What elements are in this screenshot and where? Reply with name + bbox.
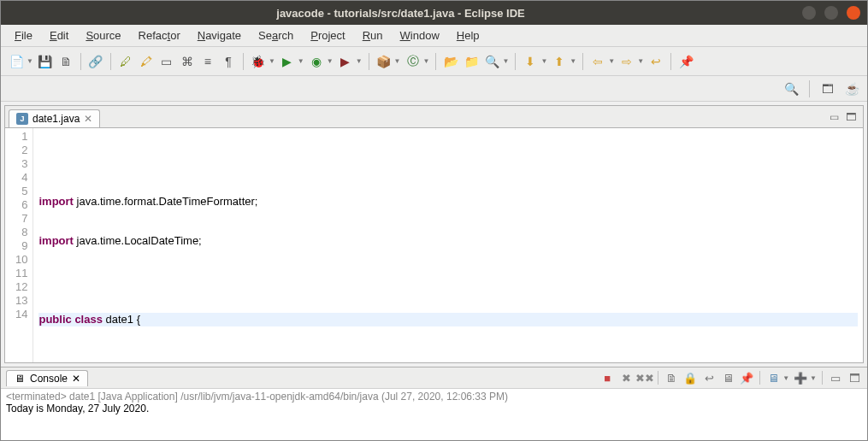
run-last-dropdown-icon[interactable]: ▼ bbox=[356, 57, 363, 65]
block-select-icon[interactable]: ▭ bbox=[158, 53, 175, 70]
main-toolbar: 📄▼ 💾 🗎 🔗 🖊 🖍 ▭ ⌘ ≡ ¶ 🐞▼ ▶▼ ◉▼ ▶▼ 📦▼ Ⓒ▼ 📂… bbox=[1, 47, 867, 76]
console-tab-label: Console bbox=[30, 373, 68, 385]
save-icon[interactable]: 💾 bbox=[37, 53, 54, 70]
menu-run[interactable]: Run bbox=[354, 26, 392, 44]
java-file-icon: J bbox=[16, 113, 28, 125]
code-content[interactable]: import java.time.format.DateTimeFormatte… bbox=[33, 128, 863, 362]
forward-icon[interactable]: ⇨ bbox=[618, 53, 635, 70]
code-editor[interactable]: 1 2 3 4 5 6 7 8 9 10 11 12 13 14 import … bbox=[5, 128, 863, 362]
console-tab[interactable]: 🖥 Console ✕ bbox=[6, 370, 88, 386]
toolbar-separator bbox=[822, 371, 823, 385]
menu-search[interactable]: Search bbox=[250, 26, 302, 44]
toolbar-separator bbox=[658, 371, 658, 385]
close-button[interactable] bbox=[847, 6, 860, 20]
last-edit-icon[interactable]: ↩ bbox=[647, 53, 664, 70]
marker-icon[interactable]: 🖊 bbox=[117, 53, 134, 70]
open-task-icon[interactable]: 📁 bbox=[463, 53, 480, 70]
code-line bbox=[38, 273, 858, 287]
toolbar-separator bbox=[369, 53, 369, 70]
search-icon[interactable]: 🔍 bbox=[483, 53, 500, 70]
toggle-comment-icon[interactable]: ⌘ bbox=[179, 53, 196, 70]
console-output[interactable]: <terminated> date1 [Java Application] /u… bbox=[1, 389, 867, 440]
save-all-icon[interactable]: 🗎 bbox=[57, 53, 74, 70]
next-annotation-icon[interactable]: ⬇ bbox=[522, 53, 539, 70]
open-perspective-icon[interactable]: 🗔 bbox=[819, 80, 836, 97]
terminate-icon[interactable]: ■ bbox=[599, 370, 615, 385]
prev-ann-dropdown-icon[interactable]: ▼ bbox=[570, 57, 576, 65]
clear-console-icon[interactable]: 🗎 bbox=[664, 370, 679, 385]
line-number-gutter: 1 2 3 4 5 6 7 8 9 10 11 12 13 14 bbox=[5, 128, 33, 362]
toolbar-separator bbox=[80, 53, 81, 70]
remove-launch-icon[interactable]: ✖ bbox=[618, 370, 634, 385]
run-dropdown-icon[interactable]: ▼ bbox=[298, 57, 304, 65]
minimize-button[interactable] bbox=[802, 6, 816, 20]
open-type-icon[interactable]: 📂 bbox=[442, 53, 459, 70]
new-package-icon[interactable]: 📦 bbox=[375, 53, 393, 70]
maximize-button[interactable] bbox=[824, 6, 838, 20]
next-ann-dropdown-icon[interactable]: ▼ bbox=[540, 57, 547, 65]
console-header: 🖥 Console ✕ ■ ✖ ✖✖ 🗎 🔒 ↩ 🖥 📌 🖥▼ ➕▼ ▭ 🗖 bbox=[1, 367, 867, 389]
close-tab-icon[interactable]: ✕ bbox=[84, 113, 92, 125]
toolbar-separator bbox=[435, 53, 436, 70]
quick-access-search-icon[interactable]: 🔍 bbox=[782, 80, 800, 97]
editor-tab-date1[interactable]: J date1.java ✕ bbox=[9, 109, 100, 127]
menu-file[interactable]: File bbox=[6, 26, 41, 44]
pin-editor-icon[interactable]: 📌 bbox=[677, 53, 694, 70]
code-line: import java.time.LocalDateTime; bbox=[38, 234, 858, 248]
toolbar-separator bbox=[809, 80, 810, 97]
toolbar-separator bbox=[759, 371, 760, 385]
menu-source[interactable]: Source bbox=[77, 26, 129, 44]
open-console-icon[interactable]: ➕ bbox=[793, 370, 808, 385]
remove-all-icon[interactable]: ✖✖ bbox=[637, 370, 652, 385]
menu-bar: File Edit Source Refactor Navigate Searc… bbox=[1, 25, 867, 47]
debug-icon[interactable]: 🐞 bbox=[250, 53, 267, 70]
display-selected-console-icon[interactable]: 🖥 bbox=[765, 370, 781, 385]
debug-dropdown-icon[interactable]: ▼ bbox=[269, 57, 275, 65]
console-dropdown-icon[interactable]: ▼ bbox=[782, 374, 789, 382]
highlight-icon[interactable]: 🖍 bbox=[138, 53, 155, 70]
toggle-breakpoint-icon[interactable]: ≡ bbox=[199, 53, 216, 70]
new-icon[interactable]: 📄 bbox=[8, 53, 25, 70]
code-line: import java.time.format.DateTimeFormatte… bbox=[38, 195, 858, 209]
minimize-console-icon[interactable]: ▭ bbox=[828, 370, 843, 385]
perspective-toolbar: 🔍 🗔 ☕ bbox=[1, 76, 867, 102]
code-line: public class date1 { bbox=[38, 313, 858, 326]
back-dropdown-icon[interactable]: ▼ bbox=[608, 57, 615, 65]
maximize-console-icon[interactable]: 🗖 bbox=[847, 370, 862, 385]
pin-console-icon[interactable]: 📌 bbox=[739, 370, 754, 385]
menu-edit[interactable]: Edit bbox=[41, 26, 77, 44]
editor-tab-label: date1.java bbox=[32, 113, 80, 125]
search-dropdown-icon[interactable]: ▼ bbox=[502, 57, 509, 65]
word-wrap-icon[interactable]: ↩ bbox=[701, 370, 717, 385]
new-class-dropdown-icon[interactable]: ▼ bbox=[423, 57, 430, 65]
scroll-lock-icon[interactable]: 🔒 bbox=[682, 370, 698, 385]
show-whitespace-icon[interactable]: ¶ bbox=[220, 53, 237, 70]
java-perspective-icon[interactable]: ☕ bbox=[843, 80, 860, 97]
back-icon[interactable]: ⇦ bbox=[589, 53, 606, 70]
menu-refactor[interactable]: Refactor bbox=[130, 26, 189, 44]
run-icon[interactable]: ▶ bbox=[279, 53, 296, 70]
editor-area: J date1.java ✕ ▭ 🗖 1 2 3 4 5 6 7 8 9 10 … bbox=[4, 105, 864, 363]
show-console-icon[interactable]: 🖥 bbox=[720, 370, 735, 385]
code-line bbox=[38, 352, 858, 362]
toolbar-separator bbox=[243, 53, 244, 70]
run-last-icon[interactable]: ▶ bbox=[337, 53, 354, 70]
console-icon: 🖥 bbox=[14, 373, 26, 385]
menu-navigate[interactable]: Navigate bbox=[189, 26, 250, 44]
new-package-dropdown-icon[interactable]: ▼ bbox=[394, 57, 401, 65]
console-status-line: <terminated> date1 [Java Application] /u… bbox=[6, 391, 862, 403]
prev-annotation-icon[interactable]: ⬆ bbox=[551, 53, 568, 70]
forward-dropdown-icon[interactable]: ▼ bbox=[637, 57, 644, 65]
maximize-view-icon[interactable]: 🗖 bbox=[842, 109, 859, 125]
close-console-tab-icon[interactable]: ✕ bbox=[72, 373, 80, 385]
menu-help[interactable]: Help bbox=[448, 26, 488, 44]
open-console-dropdown-icon[interactable]: ▼ bbox=[810, 374, 817, 382]
menu-window[interactable]: Window bbox=[392, 26, 448, 44]
coverage-dropdown-icon[interactable]: ▼ bbox=[327, 57, 334, 65]
menu-project[interactable]: Project bbox=[302, 26, 353, 44]
new-class-icon[interactable]: Ⓒ bbox=[404, 53, 422, 70]
new-dropdown-icon[interactable]: ▼ bbox=[27, 57, 33, 65]
link-icon[interactable]: 🔗 bbox=[87, 53, 104, 70]
coverage-icon[interactable]: ◉ bbox=[308, 53, 325, 70]
minimize-view-icon[interactable]: ▭ bbox=[826, 109, 842, 125]
